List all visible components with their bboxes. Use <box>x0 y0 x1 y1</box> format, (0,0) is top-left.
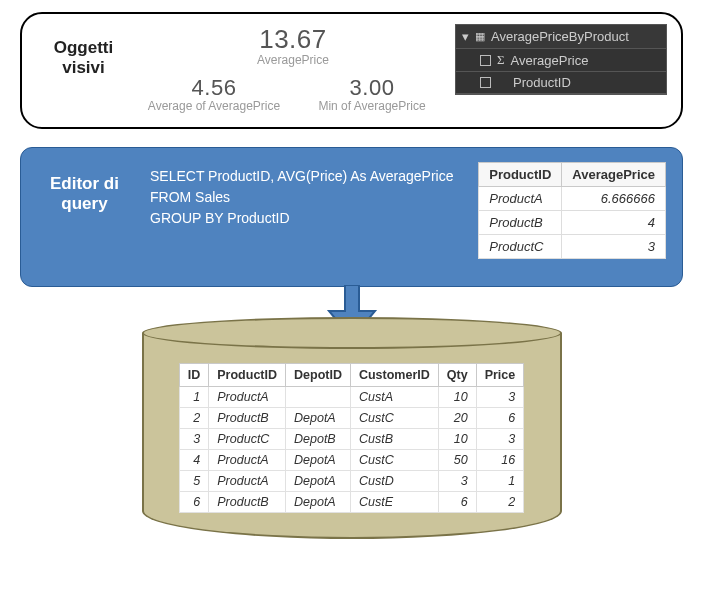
cell: 4 <box>562 211 666 235</box>
cell: 3 <box>438 471 476 492</box>
fields-row-productid[interactable]: ProductID <box>456 72 666 94</box>
cell: ProductA <box>209 450 286 471</box>
kpi-card-sum: 13.67 AveragePrice <box>257 24 329 67</box>
col-qty: Qty <box>438 364 476 387</box>
cell: 3 <box>476 387 524 408</box>
sigma-icon: Σ <box>497 52 505 68</box>
table-row: 5ProductADepotACustD31 <box>179 471 523 492</box>
cell: 3 <box>179 429 209 450</box>
cell: 10 <box>438 387 476 408</box>
cell: CustC <box>350 408 438 429</box>
chevron-down-icon: ▾ <box>462 29 469 44</box>
query-panel-label: Editor di query <box>37 162 132 268</box>
cell: ProductA <box>209 471 286 492</box>
cell: ProductA <box>479 187 562 211</box>
cell: DepotB <box>286 429 351 450</box>
col-productid: ProductID <box>209 364 286 387</box>
cell: DepotA <box>286 408 351 429</box>
sql-text: SELECT ProductID, AVG(Price) As AverageP… <box>150 162 460 268</box>
cell: CustE <box>350 492 438 513</box>
table-row: ProductA 6.666666 <box>479 187 666 211</box>
col-price: Price <box>476 364 524 387</box>
cell: CustD <box>350 471 438 492</box>
kpi-sum-caption: AveragePrice <box>257 53 329 67</box>
cell: 10 <box>438 429 476 450</box>
field-label: AveragePrice <box>511 53 589 68</box>
cell: 6 <box>438 492 476 513</box>
kpi-min-caption: Min of AveragePrice <box>318 99 425 113</box>
checkbox-icon[interactable] <box>480 77 491 88</box>
cell: 1 <box>476 471 524 492</box>
table-row: 1ProductACustA103 <box>179 387 523 408</box>
cell: DepotA <box>286 471 351 492</box>
database-cylinder-body: ID ProductID DepotID CustomerID Qty Pric… <box>142 333 562 539</box>
col-depotid: DepotID <box>286 364 351 387</box>
fields-row-averageprice[interactable]: Σ AveragePrice <box>456 49 666 72</box>
cell: CustB <box>350 429 438 450</box>
fields-pane[interactable]: ▾ ▦ AveragePriceByProduct Σ AveragePrice… <box>455 24 667 95</box>
cell: CustA <box>350 387 438 408</box>
visuals-panel: Oggetti visivi 13.67 AveragePrice 4.56 A… <box>20 12 683 129</box>
field-label: ProductID <box>513 75 571 90</box>
kpi-area: 13.67 AveragePrice 4.56 Average of Avera… <box>135 24 451 113</box>
query-panel: Editor di query SELECT ProductID, AVG(Pr… <box>20 147 683 287</box>
cell: 3 <box>562 235 666 259</box>
database-cylinder: ID ProductID DepotID CustomerID Qty Pric… <box>142 333 562 539</box>
fields-table-name: AveragePriceByProduct <box>491 29 629 44</box>
cell: ProductB <box>209 408 286 429</box>
database-cylinder-top <box>142 317 562 349</box>
cell: 1 <box>179 387 209 408</box>
table-row: 4ProductADepotACustC5016 <box>179 450 523 471</box>
cell: ProductC <box>479 235 562 259</box>
cell: 2 <box>179 408 209 429</box>
visuals-panel-label: Oggetti visivi <box>36 24 131 77</box>
query-result-table: ProductID AveragePrice ProductA 6.666666… <box>478 162 666 259</box>
kpi-min-value: 3.00 <box>318 75 425 101</box>
cell: CustC <box>350 450 438 471</box>
kpi-avg-value: 4.56 <box>148 75 280 101</box>
col-productid: ProductID <box>479 163 562 187</box>
col-customerid: CustomerID <box>350 364 438 387</box>
table-row: 2ProductBDepotACustC206 <box>179 408 523 429</box>
cell: DepotA <box>286 492 351 513</box>
kpi-card-avg: 4.56 Average of AveragePrice <box>148 75 280 113</box>
kpi-sum-value: 13.67 <box>257 24 329 55</box>
cell: 6 <box>476 408 524 429</box>
cell: ProductB <box>209 492 286 513</box>
cell: 2 <box>476 492 524 513</box>
col-averageprice: AveragePrice <box>562 163 666 187</box>
table-header-row: ID ProductID DepotID CustomerID Qty Pric… <box>179 364 523 387</box>
table-header-row: ProductID AveragePrice <box>479 163 666 187</box>
table-row: 3ProductCDepotBCustB103 <box>179 429 523 450</box>
cell: DepotA <box>286 450 351 471</box>
cell: 20 <box>438 408 476 429</box>
cell: ProductA <box>209 387 286 408</box>
cell <box>286 387 351 408</box>
col-id: ID <box>179 364 209 387</box>
cell: 6 <box>179 492 209 513</box>
kpi-avg-caption: Average of AveragePrice <box>148 99 280 113</box>
cell: 6.666666 <box>562 187 666 211</box>
cell: 16 <box>476 450 524 471</box>
table-row: ProductC 3 <box>479 235 666 259</box>
kpi-card-min: 3.00 Min of AveragePrice <box>318 75 425 113</box>
table-icon: ▦ <box>475 30 485 43</box>
cell: ProductC <box>209 429 286 450</box>
fields-table-header[interactable]: ▾ ▦ AveragePriceByProduct <box>456 25 666 49</box>
cell: 5 <box>179 471 209 492</box>
cell: 4 <box>179 450 209 471</box>
checkbox-icon[interactable] <box>480 55 491 66</box>
cell: ProductB <box>479 211 562 235</box>
source-data-table: ID ProductID DepotID CustomerID Qty Pric… <box>179 363 524 513</box>
table-row: 6ProductBDepotACustE62 <box>179 492 523 513</box>
table-row: ProductB 4 <box>479 211 666 235</box>
cell: 3 <box>476 429 524 450</box>
cell: 50 <box>438 450 476 471</box>
